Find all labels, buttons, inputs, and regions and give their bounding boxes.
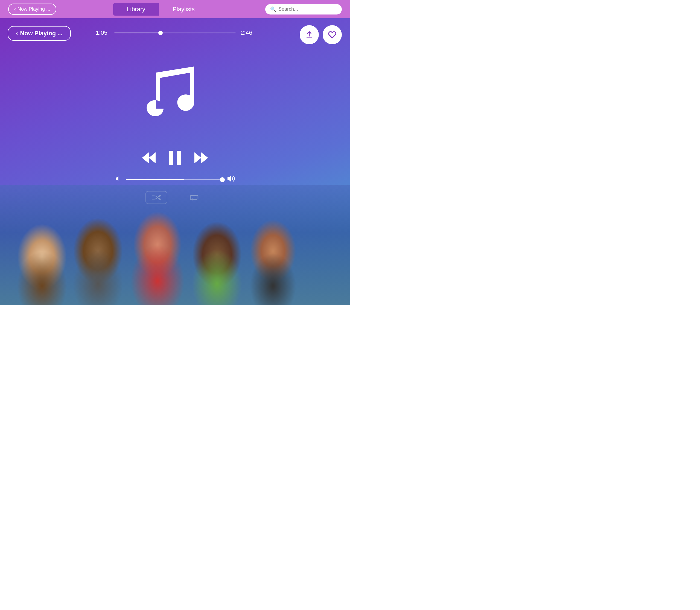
nav-now-playing-label: Now Playing ... (17, 6, 50, 12)
player-now-playing-label: Now Playing ... (20, 30, 62, 37)
svg-marker-1 (149, 152, 156, 163)
svg-rect-3 (177, 151, 181, 165)
rewind-button[interactable] (141, 151, 157, 165)
nav-bar: ‹ Now Playing ... Library Playlists 🔍 (0, 0, 350, 18)
current-time: 1:05 (96, 29, 109, 36)
volume-area (115, 174, 235, 185)
chevron-left-icon: ‹ (14, 6, 16, 12)
total-time: 2:46 (241, 29, 254, 36)
action-buttons (300, 25, 342, 44)
heart-icon (328, 31, 336, 39)
volume-low-icon (115, 175, 122, 184)
progress-thumb (158, 31, 163, 35)
volume-high-icon (226, 174, 235, 185)
nav-left: ‹ Now Playing ... (8, 3, 56, 15)
progress-fill (114, 33, 161, 33)
like-button[interactable] (323, 25, 342, 44)
volume-thumb (220, 177, 225, 182)
svg-rect-2 (169, 151, 173, 165)
progress-area: 1:05 2:46 (96, 29, 254, 36)
search-icon: 🔍 (270, 6, 276, 12)
share-icon (305, 31, 313, 39)
fast-forward-icon (193, 151, 209, 165)
volume-track[interactable] (126, 179, 223, 180)
svg-marker-7 (228, 176, 231, 181)
pause-button[interactable] (168, 150, 182, 166)
people-photo (0, 184, 350, 305)
player-now-playing-button[interactable]: ‹ Now Playing ... (7, 26, 71, 41)
svg-marker-0 (142, 152, 149, 163)
clothing-layer (0, 209, 350, 305)
rewind-icon (141, 151, 157, 165)
tab-library[interactable]: Library (113, 3, 159, 16)
playback-controls (141, 150, 209, 166)
nav-right: 🔍 (265, 4, 342, 15)
nav-now-playing-button[interactable]: ‹ Now Playing ... (8, 3, 56, 15)
svg-marker-4 (194, 152, 201, 163)
svg-marker-5 (201, 152, 208, 163)
svg-marker-6 (116, 176, 118, 181)
volume-fill (126, 179, 184, 180)
share-button[interactable] (300, 25, 319, 44)
tab-playlists[interactable]: Playlists (159, 3, 208, 16)
fast-forward-button[interactable] (193, 151, 209, 165)
music-note-icon (137, 51, 213, 140)
search-input[interactable] (278, 6, 337, 12)
player-area: ‹ Now Playing ... 1:05 2:46 (0, 18, 350, 305)
search-bar[interactable]: 🔍 (265, 4, 342, 15)
player-chevron-left-icon: ‹ (16, 30, 18, 37)
nav-tabs: Library Playlists (113, 3, 208, 16)
pause-icon (168, 150, 182, 166)
progress-track[interactable] (114, 33, 236, 33)
